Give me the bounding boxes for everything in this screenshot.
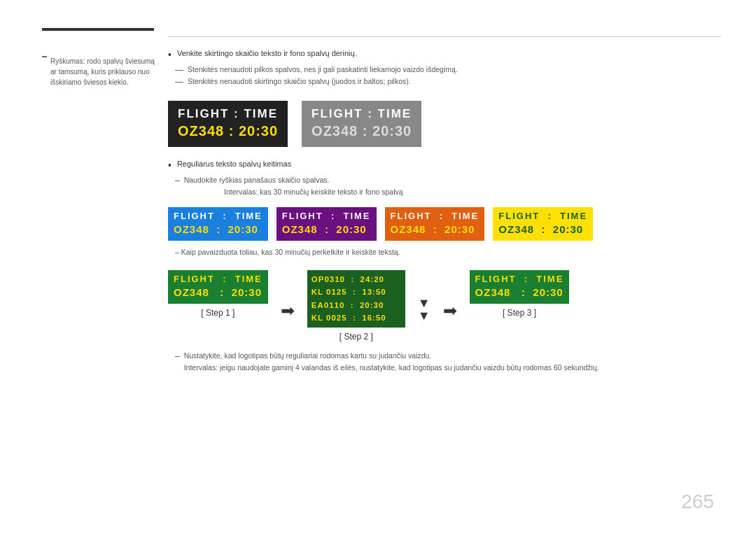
flight-box-black-row1: FLIGHT : TIME — [178, 106, 278, 122]
dash-text-reg1: Naudokite ryškias panašaus skaičio spalv… — [184, 176, 330, 184]
top-line-short — [42, 28, 154, 31]
flight-box-orange-row2: OZ348 : 20:30 — [391, 223, 479, 237]
step1-row1: FLIGHT : TIME — [174, 274, 262, 286]
sidebar: Ryškumas: rodo spalvų šviesumą ar tamsum… — [42, 56, 161, 90]
step1-flight-box: FLIGHT : TIME OZ348 : 20:30 — [168, 270, 268, 304]
arrow-down-1-icon: ▼ — [418, 297, 430, 309]
flight-box-black-row2: OZ348 : 20:30 — [178, 122, 278, 140]
flight-box-purple: FLIGHT : TIME OZ348 : 20:30 — [276, 207, 377, 241]
arrow-down-2-icon: ▼ — [418, 309, 430, 322]
flight-box-blue-row2: OZ348 : 20:30 — [174, 223, 262, 237]
step2-label: [ Step 2 ] — [340, 332, 373, 342]
bullet-reguliarus: • Reguliarus teksto spalvų keitimas — [168, 160, 728, 171]
flight-box-gray-row1: FLIGHT : TIME — [312, 106, 412, 122]
main-content: • Venkite skirtingo skaičio teksto ir fo… — [168, 49, 728, 375]
bottom-dash-2: Intervalas: jeigu naudojate gaminį 4 val… — [168, 363, 728, 373]
bottom-dash-text-2: Intervalas: jeigu naudojate gaminį 4 val… — [184, 363, 599, 372]
reguliarus-sub2: Intervalas: kas 30 minučių keiskite teks… — [168, 188, 728, 196]
step2-scroll-row-0: OP0310 : 24:20 — [312, 273, 401, 286]
step-2-block: OP0310 : 24:20 KL 0125 : 13:50 EA0110 : … — [307, 270, 405, 342]
dash-sym-2: — — [175, 77, 183, 87]
big-boxes-row: FLIGHT : TIME OZ348 : 20:30 FLIGHT : TIM… — [168, 101, 728, 147]
note-scroll: – Kaip pavaizduota toliau, kas 30 minuči… — [168, 248, 728, 256]
step3-label: [ Step 3 ] — [503, 308, 536, 318]
bullet-dot-reg: • — [168, 160, 172, 171]
sidebar-dash-icon — [42, 56, 47, 57]
flight-box-black: FLIGHT : TIME OZ348 : 20:30 — [168, 101, 288, 147]
bottom-dash-text-1: Nustatykite, kad logotipas būtų reguliar… — [184, 351, 432, 360]
flight-box-blue: FLIGHT : TIME OZ348 : 20:30 — [168, 207, 268, 241]
bullet-text-reg: Reguliarus teksto spalvų keitimas — [177, 160, 291, 168]
sidebar-text: Ryškumas: rodo spalvų šviesumą ar tamsum… — [50, 56, 161, 87]
flight-box-orange-row1: FLIGHT : TIME — [391, 211, 479, 223]
dash-sym-reg1: – — [175, 176, 180, 185]
steps-row: FLIGHT : TIME OZ348 : 20:30 [ Step 1 ] ➡… — [168, 270, 728, 342]
top-line-long — [168, 36, 721, 37]
step1-label: [ Step 1 ] — [201, 308, 234, 318]
arrow-down-group: ▼ ▼ — [418, 297, 430, 322]
step-3-block: FLIGHT : TIME OZ348 : 20:30 [ Step 3 ] — [470, 270, 570, 318]
step3-row1: FLIGHT : TIME — [475, 274, 564, 286]
flight-box-yellow-row1: FLIGHT : TIME — [498, 211, 587, 223]
flight-box-gray-row2: OZ348 : 20:30 — [312, 122, 412, 140]
bottom-dash-sym-2 — [175, 363, 180, 373]
arrow-right-1-icon: ➡ — [281, 301, 295, 321]
step-1-block: FLIGHT : TIME OZ348 : 20:30 [ Step 1 ] — [168, 270, 268, 318]
bullet-text-1: Venkite skirtingo skaičio teksto ir fono… — [177, 49, 357, 57]
note-scroll-text: – Kaip pavaizduota toliau, kas 30 minuči… — [175, 248, 400, 256]
flight-box-purple-row2: OZ348 : 20:30 — [282, 223, 371, 237]
bullet-dot-1: • — [168, 49, 172, 61]
flight-box-purple-row1: FLIGHT : TIME — [282, 211, 371, 223]
page-number: 265 — [681, 491, 714, 513]
bullet-item-1: • Venkite skirtingo skaičio teksto ir fo… — [168, 49, 728, 61]
flight-box-blue-row1: FLIGHT : TIME — [174, 211, 262, 223]
step2-scroll-row-3: KL 0025 : 16:50 — [312, 311, 401, 324]
step2-scroll-box: OP0310 : 24:20 KL 0125 : 13:50 EA0110 : … — [307, 270, 405, 328]
bottom-notes: – Nustatykite, kad logotipas būtų reguli… — [168, 351, 728, 373]
bottom-dash-sym-1: – — [175, 351, 180, 361]
step2-scroll-row-2: EA0110 : 20:30 — [312, 299, 401, 311]
flight-box-orange: FLIGHT : TIME OZ348 : 20:30 — [385, 207, 485, 241]
color-boxes-row: FLIGHT : TIME OZ348 : 20:30 FLIGHT : TIM… — [168, 207, 728, 241]
dash-item-1: — Stenkitės nenaudoti pilkos spalvos, ne… — [168, 65, 728, 75]
flight-box-yellow: FLIGHT : TIME OZ348 : 20:30 — [493, 207, 593, 241]
arrow-right-2-icon: ➡ — [443, 301, 457, 321]
dash-text-1: Stenkitės nenaudoti pilkos spalvos, nes … — [188, 65, 458, 73]
dash-sym-1: — — [175, 65, 183, 75]
step3-flight-box: FLIGHT : TIME OZ348 : 20:30 — [470, 270, 570, 304]
flight-box-yellow-row2: OZ348 : 20:30 — [498, 223, 587, 237]
step1-row2: OZ348 : 20:30 — [174, 286, 262, 300]
reguliarus-sub2-text: Intervalas: kas 30 minučių keiskite teks… — [224, 188, 403, 196]
dash-text-2: Stenkitės nenaudoti skirtingo skaičio sp… — [188, 77, 411, 85]
bottom-dash-1: – Nustatykite, kad logotipas būtų reguli… — [168, 351, 728, 361]
flight-box-gray: FLIGHT : TIME OZ348 : 20:30 — [302, 101, 421, 147]
dash-reg-1: – Naudokite ryškias panašaus skaičio spa… — [168, 176, 728, 185]
step3-row2: OZ348 : 20:30 — [475, 286, 564, 300]
dash-item-2: — Stenkitės nenaudoti skirtingo skaičio … — [168, 77, 728, 87]
step2-scroll-row-1: KL 0125 : 13:50 — [312, 286, 401, 298]
